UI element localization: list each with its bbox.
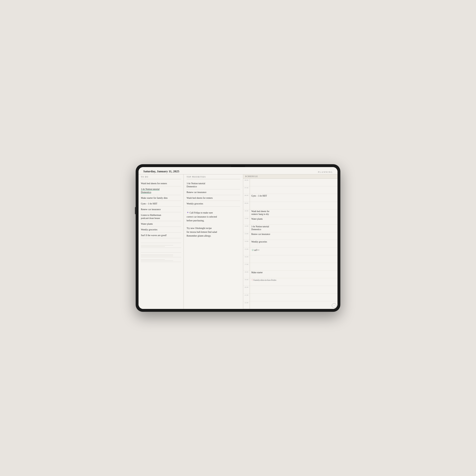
- time-slot: 16:00: [243, 255, 250, 263]
- schedule-event: [250, 186, 338, 194]
- schedule-event: ☺urf++: [250, 248, 338, 255]
- time-slot: 11:00: [243, 217, 250, 225]
- time-slot: 17:00: [243, 263, 250, 271]
- schedule-event: [250, 202, 338, 209]
- star-icon: ✦: [187, 211, 189, 214]
- time-slot: 13:00: [243, 232, 250, 240]
- schedule-event: 1-hr Notion tutorialDomestico: [250, 225, 338, 232]
- planning-label: PLANNING: [318, 171, 333, 173]
- list-item-empty: [141, 238, 181, 243]
- schedule-event: ♡Family dins in Sao Pedro: [250, 278, 338, 286]
- list-item: Water plants: [141, 221, 181, 227]
- list-item: 1-hr Notion tutorialDomestico: [141, 186, 181, 195]
- list-item: Gym – 1-hr HIIT: [141, 201, 181, 206]
- schedule-event: [250, 179, 338, 186]
- schedule-body: 06:00 07:00 08:00 09:00 10:00 11:00 12:0…: [243, 179, 338, 309]
- priority-item: Renew car insurance: [187, 189, 240, 195]
- schedule-event: [250, 294, 338, 301]
- tablet-screen: Saturday, January 11, 2025 PLANNING TO D…: [138, 167, 338, 309]
- side-button: [135, 207, 136, 214]
- list-item-empty: [141, 257, 181, 262]
- todo-header: TO DO: [141, 176, 181, 179]
- time-slot: 07:00: [243, 186, 250, 194]
- time-slot: 19:00: [243, 278, 250, 286]
- time-slot: 14:00: [243, 240, 250, 248]
- info-button[interactable]: i: [332, 303, 337, 308]
- priority-item: Weekly groceries: [187, 201, 240, 206]
- time-slot: 21:00: [243, 294, 250, 301]
- time-slot: 22:00: [243, 301, 250, 309]
- list-item: Wash bed sheets for renters: [141, 181, 181, 186]
- time-slot: 10:00: [243, 209, 250, 217]
- list-item-empty: [141, 243, 181, 248]
- time-slot: 18:00: [243, 271, 250, 278]
- time-slot: 08:00: [243, 194, 250, 202]
- list-item-empty: [141, 253, 181, 257]
- list-item: Renew car insurance: [141, 206, 181, 212]
- list-item-empty: [141, 248, 181, 253]
- schedule-event: [250, 301, 338, 309]
- list-item: Listen to Hubbermanpodcast/clean house: [141, 212, 181, 221]
- todo-column: TO DO Wash bed sheets for renters 1-hr N…: [138, 174, 184, 309]
- time-slot: 09:00: [243, 202, 250, 209]
- schedule-event: [250, 255, 338, 263]
- priorities-header: TOP PRIORITIES: [187, 176, 240, 179]
- time-slot: 15:00: [243, 248, 250, 255]
- heart-icon: ♡: [251, 279, 254, 281]
- list-item: Make starter for family dins: [141, 195, 181, 201]
- schedule-column: SCHEDULE 06:00 07:00 08:00 09:00 10:00 1…: [243, 174, 338, 309]
- camera-pill: [231, 166, 245, 167]
- schedule-events: Gym – 1-hr HIIT Wash bed sheets forrente…: [250, 179, 338, 309]
- schedule-event: Renew car insurance: [250, 232, 338, 240]
- schedule-event: Weekly groceries: [250, 240, 338, 248]
- schedule-event: Wash bed sheets forrenters/ hang to dry: [250, 209, 338, 217]
- priorities-column: TOP PRIORITIES 1-hr Notion tutorialDomes…: [184, 174, 243, 309]
- list-item: Weekly groceries: [141, 227, 181, 233]
- time-slot: 06:00: [243, 179, 250, 186]
- list-item: Surf if the waves are good!: [141, 233, 181, 238]
- schedule-event: [250, 286, 338, 293]
- tablet-device: Saturday, January 11, 2025 PLANNING TO D…: [136, 164, 340, 312]
- schedule-event: Gym – 1-hr HIIT: [250, 194, 338, 202]
- schedule-event: Make starter: [250, 271, 338, 278]
- schedule-header: SCHEDULE: [243, 174, 338, 179]
- priority-item: Wash bed sheets for renters: [187, 195, 240, 201]
- page-header: Saturday, January 11, 2025 PLANNING: [138, 167, 338, 174]
- main-content: TO DO Wash bed sheets for renters 1-hr N…: [138, 174, 338, 309]
- time-slot: 20:00: [243, 286, 250, 293]
- notes-section: ✦ Call Felipa to make surecorrect car in…: [187, 210, 240, 238]
- priority-item: 1-hr Notion tutorialDomestico: [187, 181, 240, 189]
- schedule-event: [250, 263, 338, 271]
- smiley-icon: ☺: [251, 248, 254, 252]
- page-date: Saturday, January 11, 2025: [143, 170, 179, 173]
- schedule-event: Water plants: [250, 217, 338, 225]
- time-slot: 12:00: [243, 225, 250, 232]
- time-labels: 06:00 07:00 08:00 09:00 10:00 11:00 12:0…: [243, 179, 250, 309]
